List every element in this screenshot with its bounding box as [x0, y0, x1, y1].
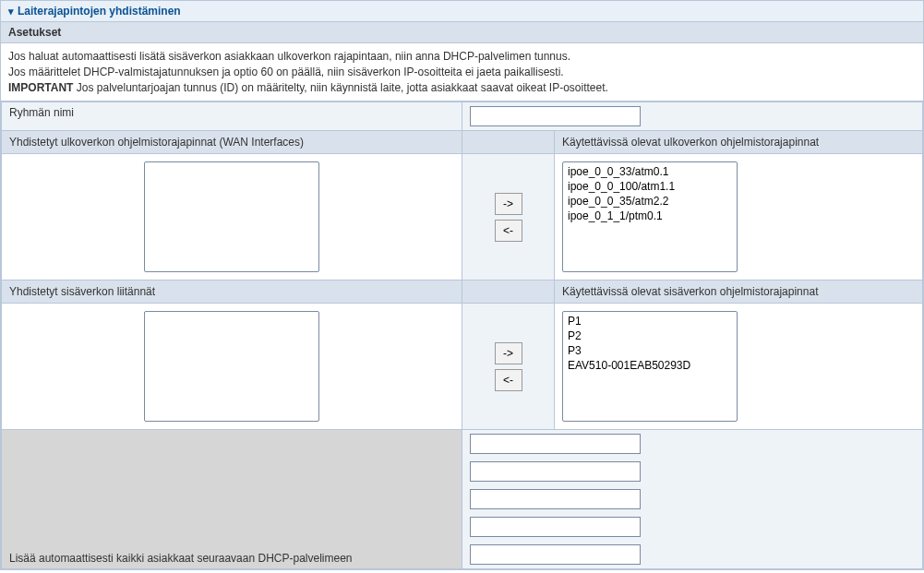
wan-move-left-button[interactable]: <- [495, 220, 522, 242]
wan-grouped-label: Yhdistetyt ulkoverkon ohjelmistorajapinn… [2, 131, 462, 154]
info-line3: Jos palveluntarjoajan tunnus (ID) on mää… [73, 81, 607, 94]
dhcp-input-3[interactable] [470, 489, 641, 509]
dhcp-input-2[interactable] [470, 461, 641, 482]
list-item[interactable]: P2 [565, 328, 735, 343]
group-name-label: Ryhmän nimi [2, 102, 462, 131]
list-item[interactable]: ipoe_0_0_35/atm2.2 [565, 194, 735, 209]
dhcp-input-5[interactable] [470, 544, 641, 565]
group-name-input[interactable] [470, 106, 641, 126]
page-container: Laiterajapintojen yhdistäminen Asetukset… [0, 0, 924, 570]
wan-grouped-listbox[interactable] [144, 161, 319, 272]
wan-move-right-button[interactable]: -> [495, 193, 522, 215]
dhcp-label: Lisää automaattisesti kaikki asiakkaat s… [2, 430, 462, 569]
lan-grouped-label: Yhdistetyt sisäverkon liitännät [2, 281, 462, 304]
lan-spacer-header [462, 281, 555, 304]
dhcp-input-1[interactable] [470, 434, 641, 454]
lan-available-listbox[interactable]: P1P2P3EAV510-001EAB50293D [562, 311, 738, 422]
info-line2: Jos määrittelet DHCP-valmistajatunnuksen… [8, 66, 564, 78]
list-item[interactable]: P1 [565, 314, 735, 328]
dhcp-input-4[interactable] [470, 517, 641, 537]
lan-grouped-listbox[interactable] [144, 311, 319, 422]
list-item[interactable]: ipoe_0_0_100/atm1.1 [565, 179, 735, 194]
wan-spacer-header [462, 131, 555, 154]
info-line1: Jos haluat automaattisesti lisätä sisäve… [8, 50, 570, 63]
lan-available-label: Käytettävissä olevat sisäverkon ohjelmis… [555, 281, 923, 304]
info-important-label: IMPORTANT [8, 81, 73, 94]
list-item[interactable]: P3 [565, 343, 735, 358]
lan-move-left-button[interactable]: <- [495, 369, 522, 391]
section-title[interactable]: Laiterajapintojen yhdistäminen [1, 1, 923, 22]
settings-label: Asetukset [1, 22, 923, 43]
form-table: Ryhmän nimi Yhdistetyt ulkoverkon ohjelm… [1, 101, 923, 569]
wan-available-label: Käytettävissä olevat ulkoverkon ohjelmis… [555, 131, 923, 154]
info-text: Jos haluat automaattisesti lisätä sisäve… [1, 43, 923, 101]
wan-available-listbox[interactable]: ipoe_0_0_33/atm0.1ipoe_0_0_100/atm1.1ipo… [562, 161, 738, 272]
list-item[interactable]: ipoe_0_0_33/atm0.1 [565, 164, 735, 179]
list-item[interactable]: EAV510-001EAB50293D [565, 358, 735, 373]
lan-move-right-button[interactable]: -> [495, 342, 522, 364]
list-item[interactable]: ipoe_0_1_1/ptm0.1 [565, 209, 735, 223]
